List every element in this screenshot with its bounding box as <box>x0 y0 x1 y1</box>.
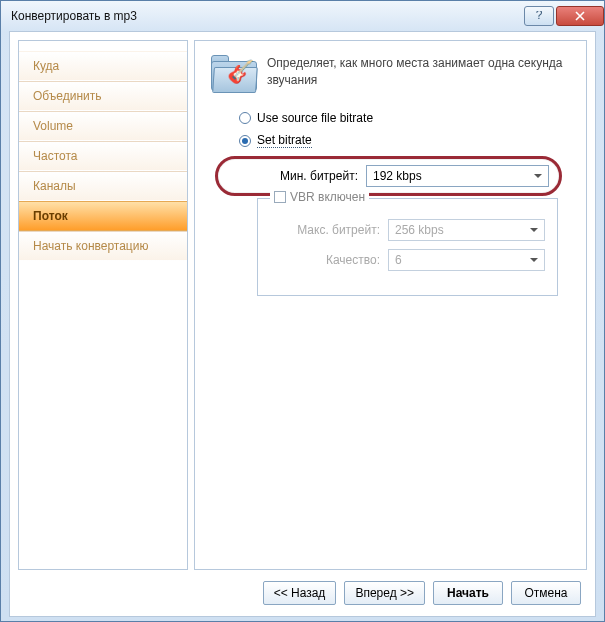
window-title: Конвертировать в mp3 <box>11 9 524 23</box>
sidebar-item-destination[interactable]: Куда <box>19 51 187 81</box>
button-label: Отмена <box>524 586 567 600</box>
description-row: 🎸 Определяет, как много места занимает о… <box>211 55 570 95</box>
body: Куда Объединить Volume Частота Каналы По… <box>18 40 587 570</box>
titlebar: Конвертировать в mp3 ? <box>1 1 604 31</box>
sidebar-item-label: Volume <box>33 119 73 133</box>
sidebar-item-label: Начать конвертацию <box>33 239 148 253</box>
radio-icon <box>239 112 251 124</box>
quality-label: Качество: <box>270 253 380 267</box>
sidebar-item-merge[interactable]: Объединить <box>19 81 187 111</box>
forward-button[interactable]: Вперед >> <box>344 581 425 605</box>
vbr-group: VBR включен Макс. битрейт: 256 kbps Каче… <box>257 198 558 296</box>
radio-use-source-bitrate[interactable]: Use source file bitrate <box>239 111 570 125</box>
chevron-down-icon <box>534 174 542 178</box>
client-area: Куда Объединить Volume Частота Каналы По… <box>9 31 596 617</box>
button-label: Вперед >> <box>355 586 414 600</box>
sidebar-item-label: Поток <box>33 209 68 223</box>
sidebar-item-frequency[interactable]: Частота <box>19 141 187 171</box>
radio-icon <box>239 135 251 147</box>
footer: << Назад Вперед >> Начать Отмена <box>18 570 587 610</box>
max-bitrate-row: Макс. битрейт: 256 kbps <box>270 219 545 241</box>
folder-guitar-icon: 🎸 <box>211 55 257 95</box>
quality-select[interactable]: 6 <box>388 249 545 271</box>
chevron-down-icon <box>530 228 538 232</box>
min-bitrate-value: 192 kbps <box>373 169 422 183</box>
max-bitrate-label: Макс. битрейт: <box>270 223 380 237</box>
max-bitrate-select[interactable]: 256 kbps <box>388 219 545 241</box>
radio-label: Set bitrate <box>257 133 312 148</box>
help-button[interactable]: ? <box>524 6 554 26</box>
back-button[interactable]: << Назад <box>263 581 337 605</box>
checkbox-icon <box>274 191 286 203</box>
min-bitrate-label: Мин. битрейт: <box>228 169 358 183</box>
dialog-window: Конвертировать в mp3 ? Куда Объединить V… <box>0 0 605 622</box>
min-bitrate-highlight: Мин. битрейт: 192 kbps <box>215 156 562 196</box>
button-label: << Назад <box>274 586 326 600</box>
sidebar-item-label: Объединить <box>33 89 102 103</box>
sidebar-item-label: Каналы <box>33 179 76 193</box>
main-panel: 🎸 Определяет, как много места занимает о… <box>194 40 587 570</box>
quality-value: 6 <box>395 253 402 267</box>
description-text: Определяет, как много места занимает одн… <box>267 55 570 95</box>
vbr-checkbox[interactable]: VBR включен <box>270 190 369 204</box>
quality-row: Качество: 6 <box>270 249 545 271</box>
sidebar-item-volume[interactable]: Volume <box>19 111 187 141</box>
sidebar-item-stream[interactable]: Поток <box>19 201 187 231</box>
sidebar-item-channels[interactable]: Каналы <box>19 171 187 201</box>
svg-text:?: ? <box>536 11 543 21</box>
chevron-down-icon <box>530 258 538 262</box>
max-bitrate-value: 256 kbps <box>395 223 444 237</box>
start-button[interactable]: Начать <box>433 581 503 605</box>
sidebar-item-start-conversion[interactable]: Начать конвертацию <box>19 231 187 261</box>
sidebar: Куда Объединить Volume Частота Каналы По… <box>18 40 188 570</box>
radio-label: Use source file bitrate <box>257 111 373 125</box>
button-label: Начать <box>447 586 489 600</box>
sidebar-item-label: Частота <box>33 149 77 163</box>
sidebar-item-label: Куда <box>33 59 59 73</box>
vbr-checkbox-label: VBR включен <box>290 190 365 204</box>
radio-set-bitrate[interactable]: Set bitrate <box>239 133 570 148</box>
close-button[interactable] <box>556 6 604 26</box>
min-bitrate-select[interactable]: 192 kbps <box>366 165 549 187</box>
cancel-button[interactable]: Отмена <box>511 581 581 605</box>
